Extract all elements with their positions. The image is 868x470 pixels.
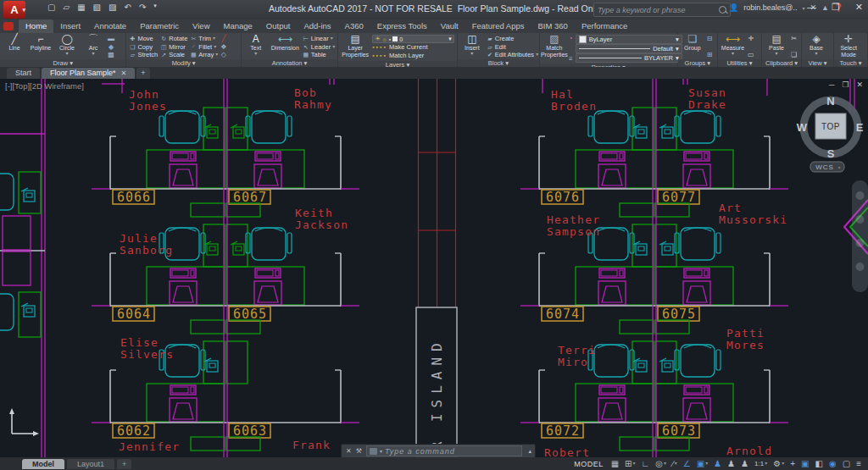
hardware-accel-icon[interactable]: ◉ — [829, 457, 837, 470]
dimension-button[interactable]: ⟷Dimension — [270, 34, 300, 59]
viewcube[interactable]: NSWETOPWCS▾ — [797, 95, 864, 172]
edit-attributes-button[interactable]: ✔Edit Attributes▾ — [487, 51, 538, 58]
new-icon[interactable]: ▢ — [47, 3, 55, 12]
boundary-icon[interactable]: ▩ — [108, 51, 114, 58]
search-icon[interactable] — [719, 6, 726, 14]
rotate-button[interactable]: ↻Rotate — [160, 35, 187, 42]
line-button[interactable]: ╱Line — [3, 34, 26, 59]
file-tab-start[interactable]: Start — [7, 68, 40, 79]
match-layer-button[interactable]: ▪▪▪▪Match Layer — [372, 52, 454, 60]
copy-clip-icon[interactable]: ❏ — [791, 51, 797, 58]
viewcube-east[interactable]: E — [856, 121, 864, 134]
id-point-icon[interactable]: ▭ — [748, 51, 754, 58]
create-button[interactable]: ▰Create — [487, 35, 538, 42]
panel-block-label[interactable]: Block ▾ — [458, 59, 539, 67]
open-icon[interactable]: ▱ — [63, 3, 70, 12]
panel-draw-label[interactable]: Draw ▾ — [0, 59, 125, 67]
annotation-scale-icon[interactable]: ♟ — [741, 457, 748, 470]
linetype-select[interactable]: BYLAYER▾ — [576, 53, 682, 63]
text-button[interactable]: AText▾ — [244, 34, 268, 59]
color-wheel-icon[interactable]: ◔ — [569, 35, 573, 42]
panel-groups-label[interactable]: Groups ▾ — [678, 59, 717, 67]
save-icon[interactable]: ▦ — [77, 3, 85, 12]
isodraft-icon[interactable]: ∕▾ — [672, 457, 677, 470]
file-tab-document[interactable]: Floor Plan Sample* ✕ — [42, 68, 135, 79]
mirror-button[interactable]: ◫Mirror — [160, 43, 187, 51]
viewcube-west[interactable]: W — [797, 121, 808, 134]
ribbon-tab-add-ins[interactable]: Add-ins — [297, 19, 337, 33]
command-customize-icon[interactable]: ⚒ — [356, 447, 362, 455]
move-button[interactable]: ✚Move — [129, 35, 158, 42]
match-properties-button[interactable]: ▨Match Properties — [542, 34, 566, 64]
hatch-icon[interactable]: ▬ — [108, 35, 114, 42]
osnap-icon[interactable]: ▣▾ — [697, 457, 708, 470]
polyline-button[interactable]: ⌐Polyline — [29, 34, 53, 59]
app-logo[interactable]: A▾ — [3, 1, 25, 19]
ribbon-tab-featured-apps[interactable]: Featured Apps — [465, 19, 531, 33]
workspace-icon[interactable]: ⚙▾ — [773, 457, 784, 470]
new-drawing-tab-button[interactable]: + — [136, 68, 149, 79]
viewport-view-control[interactable]: [Top] — [12, 81, 30, 91]
panel-utilities-label[interactable]: Utilities ▾ — [718, 59, 761, 67]
customize-icon[interactable]: ≡ — [856, 457, 861, 470]
ribbon-tab-annotate[interactable]: Annotate — [87, 19, 133, 33]
viewport-visual-style-control[interactable]: [2D Wireframe] — [30, 81, 84, 91]
app-menu-icon[interactable] — [3, 22, 14, 30]
file-tab-close-icon[interactable]: ✕ — [121, 68, 127, 79]
osnap-tracking-icon[interactable]: ∠ — [683, 457, 691, 470]
viewport-restore-icon[interactable]: ❐ — [842, 80, 849, 89]
help-search-input[interactable]: Type a keyword or phrase — [593, 3, 731, 17]
undo-icon[interactable]: ↶ — [125, 3, 131, 12]
qat-dropdown-icon[interactable]: ▾ — [153, 3, 157, 12]
ortho-icon[interactable]: ∟ — [642, 457, 650, 470]
trim-button[interactable]: ✂Trim▾ — [190, 35, 218, 42]
command-recent-icon[interactable] — [370, 448, 377, 455]
edit-button[interactable]: ▱Edit — [487, 43, 538, 51]
viewcube-north[interactable]: N — [826, 95, 834, 108]
layer-dropdown[interactable]: ☀☼▪0▾ — [372, 35, 454, 43]
group-button[interactable]: ❏Group — [681, 34, 704, 59]
isolate-icon[interactable]: ▣ — [801, 457, 809, 470]
fillet-button[interactable]: ◜Fillet▾ — [190, 43, 218, 51]
quick-calc-icon[interactable]: ✛ — [748, 35, 754, 42]
ribbon-tab-parametric[interactable]: Parametric — [133, 19, 186, 33]
close-button[interactable]: ✕ — [855, 2, 863, 13]
annotation-autoscale-icon[interactable]: ♟ — [727, 457, 735, 470]
command-close-icon[interactable]: ✕ — [346, 447, 352, 455]
redo-icon[interactable]: ↷ — [139, 3, 146, 12]
scale-value[interactable]: 1:1▾ — [754, 457, 767, 470]
layout-tab-layout1[interactable]: Layout1 — [67, 459, 114, 469]
insert-button[interactable]: ◫Insert▾ — [460, 34, 484, 59]
circle-button[interactable]: ◯Circle▾ — [55, 34, 79, 59]
ribbon-tab-insert[interactable]: Insert — [53, 19, 87, 33]
ribbon-tab-view[interactable]: View — [186, 19, 216, 33]
copy-button[interactable]: ❏Copy — [129, 43, 158, 51]
layer-properties-button[interactable]: ▤Layer Properties — [341, 34, 370, 61]
viewcube-south[interactable]: S — [827, 147, 835, 160]
object-color-select[interactable]: ByLayer▾ — [576, 35, 682, 44]
panel-view-label[interactable]: View ▾ — [802, 59, 833, 67]
array-button[interactable]: ▦Array▾ — [190, 51, 218, 58]
maximize-button[interactable]: ❐ — [832, 2, 840, 13]
ribbon-tab-vault[interactable]: Vault — [434, 19, 465, 33]
command-dropdown-icon[interactable]: ▾ — [380, 448, 382, 454]
ungroup-icon[interactable]: ⊟ — [707, 35, 713, 42]
command-input[interactable]: ▾ Type a command — [366, 445, 523, 456]
username[interactable]: robin.beales@.. — [743, 3, 797, 12]
panel-annotation-label[interactable]: Annotation ▾ — [242, 59, 337, 67]
graphics-icon[interactable]: ◧ — [815, 457, 823, 470]
base-button[interactable]: ◈Base▾ — [804, 34, 828, 59]
drawing-canvas[interactable]: 6066606760646065606260636076607760746075… — [0, 79, 868, 457]
clean-screen-icon[interactable]: ▢ — [843, 457, 850, 470]
plot-icon[interactable]: ▨ — [108, 3, 116, 12]
ribbon-tab-manage[interactable]: Manage — [217, 19, 259, 33]
snap-icon[interactable]: ⊞▾ — [625, 457, 635, 470]
cut-icon[interactable]: ✂ — [791, 35, 797, 42]
grid-icon[interactable]: ▦ — [611, 457, 619, 470]
minimize-button[interactable]: — — [807, 2, 816, 13]
measure-button[interactable]: ⟷Measure▾ — [721, 34, 745, 59]
annotation-monitor-icon[interactable]: + — [790, 457, 795, 470]
ribbon-tab-output[interactable]: Output — [259, 19, 298, 33]
saveas-icon[interactable]: ▧ — [93, 3, 101, 12]
select-mode-button[interactable]: ✛Select Mode — [837, 34, 860, 59]
